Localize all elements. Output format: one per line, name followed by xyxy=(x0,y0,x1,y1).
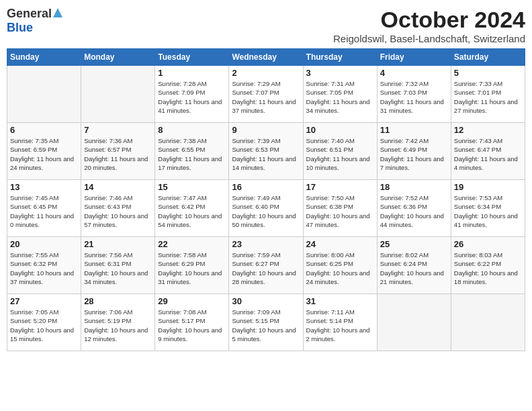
day-number: 22 xyxy=(158,239,226,249)
day-info: Sunrise: 7:55 AMSunset: 6:32 PMDaylight:… xyxy=(10,251,74,285)
day-number: 5 xyxy=(454,68,522,78)
calendar-cell: 8 Sunrise: 7:38 AMSunset: 6:55 PMDayligh… xyxy=(155,123,229,180)
day-number: 14 xyxy=(84,182,152,192)
day-number: 4 xyxy=(380,68,448,78)
calendar-cell: 1 Sunrise: 7:28 AMSunset: 7:09 PMDayligh… xyxy=(155,66,229,123)
day-info: Sunrise: 7:49 AMSunset: 6:40 PMDaylight:… xyxy=(232,194,296,228)
day-info: Sunrise: 7:33 AMSunset: 7:01 PMDaylight:… xyxy=(454,80,518,114)
day-info: Sunrise: 7:09 AMSunset: 5:15 PMDaylight:… xyxy=(232,308,296,342)
day-info: Sunrise: 7:52 AMSunset: 6:36 PMDaylight:… xyxy=(380,194,444,228)
title-block: October 2024 Reigoldswil, Basel-Landscha… xyxy=(333,7,525,44)
calendar-cell: 21 Sunrise: 7:56 AMSunset: 6:31 PMDaylig… xyxy=(81,237,155,294)
day-info: Sunrise: 8:00 AMSunset: 6:25 PMDaylight:… xyxy=(306,251,370,285)
day-info: Sunrise: 8:02 AMSunset: 6:24 PMDaylight:… xyxy=(380,251,444,285)
day-number: 28 xyxy=(84,296,152,306)
calendar-week-5: 27 Sunrise: 7:05 AMSunset: 5:20 PMDaylig… xyxy=(7,294,525,351)
day-info: Sunrise: 8:03 AMSunset: 6:22 PMDaylight:… xyxy=(454,251,518,285)
location: Reigoldswil, Basel-Landschaft, Switzerla… xyxy=(333,33,525,44)
day-number: 8 xyxy=(158,125,226,135)
calendar-cell: 23 Sunrise: 7:59 AMSunset: 6:27 PMDaylig… xyxy=(229,237,303,294)
day-number: 23 xyxy=(232,239,300,249)
day-number: 2 xyxy=(232,68,300,78)
day-info: Sunrise: 7:35 AMSunset: 6:59 PMDaylight:… xyxy=(10,137,74,171)
calendar-cell: 6 Sunrise: 7:35 AMSunset: 6:59 PMDayligh… xyxy=(7,123,81,180)
day-number: 27 xyxy=(10,296,78,306)
calendar-table: SundayMondayTuesdayWednesdayThursdayFrid… xyxy=(7,48,525,351)
day-info: Sunrise: 7:46 AMSunset: 6:43 PMDaylight:… xyxy=(84,194,148,228)
day-number: 10 xyxy=(306,125,374,135)
col-header-tuesday: Tuesday xyxy=(155,49,229,66)
day-info: Sunrise: 7:39 AMSunset: 6:53 PMDaylight:… xyxy=(232,137,296,171)
day-info: Sunrise: 7:28 AMSunset: 7:09 PMDaylight:… xyxy=(158,80,222,114)
col-header-thursday: Thursday xyxy=(303,49,377,66)
day-info: Sunrise: 7:43 AMSunset: 6:47 PMDaylight:… xyxy=(454,137,518,171)
calendar-cell: 16 Sunrise: 7:49 AMSunset: 6:40 PMDaylig… xyxy=(229,180,303,237)
day-number: 7 xyxy=(84,125,152,135)
col-header-friday: Friday xyxy=(377,49,451,66)
calendar-cell: 31 Sunrise: 7:11 AMSunset: 5:14 PMDaylig… xyxy=(303,294,377,351)
day-number: 12 xyxy=(454,125,522,135)
logo-icon xyxy=(53,8,62,20)
day-info: Sunrise: 7:59 AMSunset: 6:27 PMDaylight:… xyxy=(232,251,296,285)
day-number: 25 xyxy=(380,239,448,249)
logo: General Blue xyxy=(7,7,62,35)
calendar-cell: 12 Sunrise: 7:43 AMSunset: 6:47 PMDaylig… xyxy=(451,123,525,180)
day-info: Sunrise: 7:38 AMSunset: 6:55 PMDaylight:… xyxy=(158,137,222,171)
calendar-cell: 11 Sunrise: 7:42 AMSunset: 6:49 PMDaylig… xyxy=(377,123,451,180)
calendar-cell: 28 Sunrise: 7:06 AMSunset: 5:19 PMDaylig… xyxy=(81,294,155,351)
calendar-cell: 10 Sunrise: 7:40 AMSunset: 6:51 PMDaylig… xyxy=(303,123,377,180)
day-number: 3 xyxy=(306,68,374,78)
day-info: Sunrise: 7:36 AMSunset: 6:57 PMDaylight:… xyxy=(84,137,148,171)
day-info: Sunrise: 7:05 AMSunset: 5:20 PMDaylight:… xyxy=(10,308,74,342)
calendar-cell: 26 Sunrise: 8:03 AMSunset: 6:22 PMDaylig… xyxy=(451,237,525,294)
day-number: 20 xyxy=(10,239,78,249)
calendar-cell: 15 Sunrise: 7:47 AMSunset: 6:42 PMDaylig… xyxy=(155,180,229,237)
header-row: SundayMondayTuesdayWednesdayThursdayFrid… xyxy=(7,49,525,66)
day-info: Sunrise: 7:31 AMSunset: 7:05 PMDaylight:… xyxy=(306,80,370,114)
calendar-cell: 27 Sunrise: 7:05 AMSunset: 5:20 PMDaylig… xyxy=(7,294,81,351)
day-info: Sunrise: 7:11 AMSunset: 5:14 PMDaylight:… xyxy=(306,308,370,342)
day-number: 19 xyxy=(454,182,522,192)
logo-general-text: General xyxy=(7,7,52,21)
day-info: Sunrise: 7:45 AMSunset: 6:45 PMDaylight:… xyxy=(10,194,74,228)
day-info: Sunrise: 7:42 AMSunset: 6:49 PMDaylight:… xyxy=(380,137,444,171)
day-number: 13 xyxy=(10,182,78,192)
calendar-cell: 2 Sunrise: 7:29 AMSunset: 7:07 PMDayligh… xyxy=(229,66,303,123)
day-number: 29 xyxy=(158,296,226,306)
calendar-cell: 3 Sunrise: 7:31 AMSunset: 7:05 PMDayligh… xyxy=(303,66,377,123)
calendar-cell: 7 Sunrise: 7:36 AMSunset: 6:57 PMDayligh… xyxy=(81,123,155,180)
day-info: Sunrise: 7:58 AMSunset: 6:29 PMDaylight:… xyxy=(158,251,222,285)
day-number: 15 xyxy=(158,182,226,192)
day-number: 1 xyxy=(158,68,226,78)
month-title: October 2024 xyxy=(333,7,525,33)
calendar-cell: 14 Sunrise: 7:46 AMSunset: 6:43 PMDaylig… xyxy=(81,180,155,237)
calendar-cell: 5 Sunrise: 7:33 AMSunset: 7:01 PMDayligh… xyxy=(451,66,525,123)
calendar-cell: 13 Sunrise: 7:45 AMSunset: 6:45 PMDaylig… xyxy=(7,180,81,237)
calendar-cell: 18 Sunrise: 7:52 AMSunset: 6:36 PMDaylig… xyxy=(377,180,451,237)
day-number: 21 xyxy=(84,239,152,249)
calendar-cell: 24 Sunrise: 8:00 AMSunset: 6:25 PMDaylig… xyxy=(303,237,377,294)
day-info: Sunrise: 7:53 AMSunset: 6:34 PMDaylight:… xyxy=(454,194,518,228)
calendar-cell: 25 Sunrise: 8:02 AMSunset: 6:24 PMDaylig… xyxy=(377,237,451,294)
day-number: 9 xyxy=(232,125,300,135)
day-info: Sunrise: 7:50 AMSunset: 6:38 PMDaylight:… xyxy=(306,194,370,228)
calendar-cell: 9 Sunrise: 7:39 AMSunset: 6:53 PMDayligh… xyxy=(229,123,303,180)
day-number: 16 xyxy=(232,182,300,192)
day-info: Sunrise: 7:47 AMSunset: 6:42 PMDaylight:… xyxy=(158,194,222,228)
day-number: 11 xyxy=(380,125,448,135)
calendar-cell xyxy=(7,66,81,123)
calendar-cell: 30 Sunrise: 7:09 AMSunset: 5:15 PMDaylig… xyxy=(229,294,303,351)
calendar-week-2: 6 Sunrise: 7:35 AMSunset: 6:59 PMDayligh… xyxy=(7,123,525,180)
calendar-cell: 4 Sunrise: 7:32 AMSunset: 7:03 PMDayligh… xyxy=(377,66,451,123)
page-header: General Blue October 2024 Reigoldswil, B… xyxy=(7,7,525,44)
day-info: Sunrise: 7:06 AMSunset: 5:19 PMDaylight:… xyxy=(84,308,148,342)
calendar-week-4: 20 Sunrise: 7:55 AMSunset: 6:32 PMDaylig… xyxy=(7,237,525,294)
calendar-cell xyxy=(81,66,155,123)
calendar-cell: 20 Sunrise: 7:55 AMSunset: 6:32 PMDaylig… xyxy=(7,237,81,294)
day-number: 24 xyxy=(306,239,374,249)
day-info: Sunrise: 7:40 AMSunset: 6:51 PMDaylight:… xyxy=(306,137,370,171)
col-header-saturday: Saturday xyxy=(451,49,525,66)
svg-marker-0 xyxy=(53,8,62,17)
day-number: 30 xyxy=(232,296,300,306)
col-header-monday: Monday xyxy=(81,49,155,66)
